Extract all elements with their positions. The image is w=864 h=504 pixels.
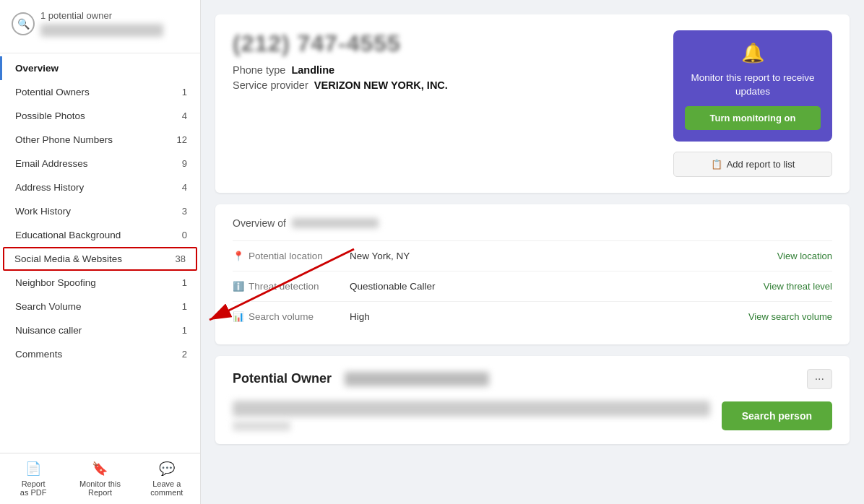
leave-comment-label: Leave a comment: [150, 479, 183, 497]
pdf-icon: 📄: [25, 461, 41, 477]
sidebar: 🔍 1 potential owner Overview Potential O…: [0, 0, 201, 504]
phone-type-value: Landline: [291, 64, 334, 76]
potential-owner-info: [233, 401, 710, 431]
phone-info-card: (212) 747-4555 Phone type Landline Servi…: [215, 14, 850, 193]
search-person-button[interactable]: Search person: [722, 401, 832, 430]
sidebar-item-comments[interactable]: Comments 2: [0, 342, 200, 366]
turn-monitoring-on-button[interactable]: Turn monitoring on: [685, 106, 821, 130]
monitor-report-button[interactable]: 🔖 Monitor this Report: [66, 453, 133, 504]
potential-owner-title: Potential Owner: [233, 371, 332, 386]
leave-comment-button[interactable]: 💬 Leave a comment: [134, 453, 200, 504]
sidebar-item-neighbor-spoofing[interactable]: Neighbor Spoofing 1: [0, 271, 200, 295]
sidebar-item-potential-owners[interactable]: Potential Owners 1: [0, 80, 200, 104]
overview-card: Overview of 📍 Potential location New Yor…: [215, 204, 850, 344]
threat-icon: ℹ️: [233, 281, 249, 292]
sidebar-item-social-media[interactable]: Social Media & Websites 38: [3, 247, 197, 271]
location-label: Potential location: [249, 251, 350, 261]
sidebar-item-search-volume[interactable]: Search Volume 1: [0, 295, 200, 318]
potential-owner-count: 1 potential owner: [40, 10, 163, 21]
monitor-report-label: Monitor this Report: [79, 479, 121, 497]
sidebar-bottom-bar: 📄 Report as PDF 🔖 Monitor this Report 💬 …: [0, 453, 200, 504]
provider-value: VERIZON NEW YORK, INC.: [314, 79, 448, 91]
search-volume-label: Search volume: [249, 311, 350, 322]
view-threat-link[interactable]: View threat level: [764, 281, 832, 292]
sidebar-header: 🔍 1 potential owner: [0, 0, 200, 53]
sidebar-item-email-addresses[interactable]: Email Addresses 9: [0, 152, 200, 175]
potential-owner-name-blurred: [345, 372, 489, 386]
location-value: New York, NY: [350, 251, 777, 261]
potential-owner-body: Search person: [233, 401, 832, 431]
monitor-box: 🔔 Monitor this report to receive updates…: [673, 30, 832, 142]
view-search-volume-link[interactable]: View search volume: [748, 311, 832, 322]
chart-icon: 📊: [233, 311, 249, 322]
overview-title: Overview of: [233, 217, 832, 229]
threat-label: Threat detection: [249, 281, 350, 292]
view-location-link[interactable]: View location: [777, 251, 832, 261]
add-report-to-list-button[interactable]: 📋 Add report to list: [673, 152, 832, 177]
location-icon: 📍: [233, 251, 249, 261]
provider-label: Service provider: [233, 79, 308, 91]
provider-row: Service provider VERIZON NEW YORK, INC.: [233, 79, 656, 91]
sidebar-item-nuisance-caller[interactable]: Nuisance caller 1: [0, 318, 200, 342]
potential-owner-full-name-blurred: [233, 401, 710, 417]
phone-number: (212) 747-4555: [233, 30, 656, 57]
sidebar-nav: Overview Potential Owners 1 Possible Pho…: [0, 53, 200, 453]
bell-icon: 🔔: [741, 42, 764, 64]
overview-threat-row: ℹ️ Threat detection Questionable Caller …: [233, 271, 832, 301]
threat-value: Questionable Caller: [350, 281, 764, 292]
list-icon: 📋: [711, 159, 722, 170]
sidebar-item-overview[interactable]: Overview: [0, 56, 200, 80]
sidebar-item-other-phone-numbers[interactable]: Other Phone Numbers 12: [0, 128, 200, 152]
potential-owner-card: Potential Owner ··· Search person: [215, 356, 850, 444]
report-pdf-label: Report as PDF: [20, 479, 47, 497]
sidebar-item-educational-background[interactable]: Educational Background 0: [0, 223, 200, 247]
monitor-text: Monitor this report to receive updates: [685, 71, 821, 99]
blurred-owner-name: [40, 24, 163, 37]
sidebar-item-possible-photos[interactable]: Possible Photos 4: [0, 104, 200, 128]
comment-icon: 💬: [159, 461, 175, 477]
phone-type-label: Phone type: [233, 64, 285, 76]
potential-owner-sub-blurred: [233, 421, 290, 431]
search-icon: 🔍: [12, 12, 35, 35]
phone-details: (212) 747-4555 Phone type Landline Servi…: [233, 30, 656, 95]
blurred-phone-number: [292, 218, 379, 228]
potential-owner-header: Potential Owner ···: [233, 369, 832, 389]
report-as-pdf-button[interactable]: 📄 Report as PDF: [0, 453, 66, 504]
sidebar-item-work-history[interactable]: Work History 3: [0, 199, 200, 223]
sidebar-item-address-history[interactable]: Address History 4: [0, 175, 200, 199]
phone-type-row: Phone type Landline: [233, 64, 656, 76]
monitor-icon: 🔖: [92, 461, 108, 477]
overview-location-row: 📍 Potential location New York, NY View l…: [233, 240, 832, 271]
search-volume-value: High: [350, 311, 748, 322]
potential-owner-menu-button[interactable]: ···: [807, 369, 832, 389]
potential-owner-banner: 🔍 1 potential owner: [12, 10, 189, 37]
main-content: (212) 747-4555 Phone type Landline Servi…: [201, 0, 864, 504]
overview-search-volume-row: 📊 Search volume High View search volume: [233, 301, 832, 331]
